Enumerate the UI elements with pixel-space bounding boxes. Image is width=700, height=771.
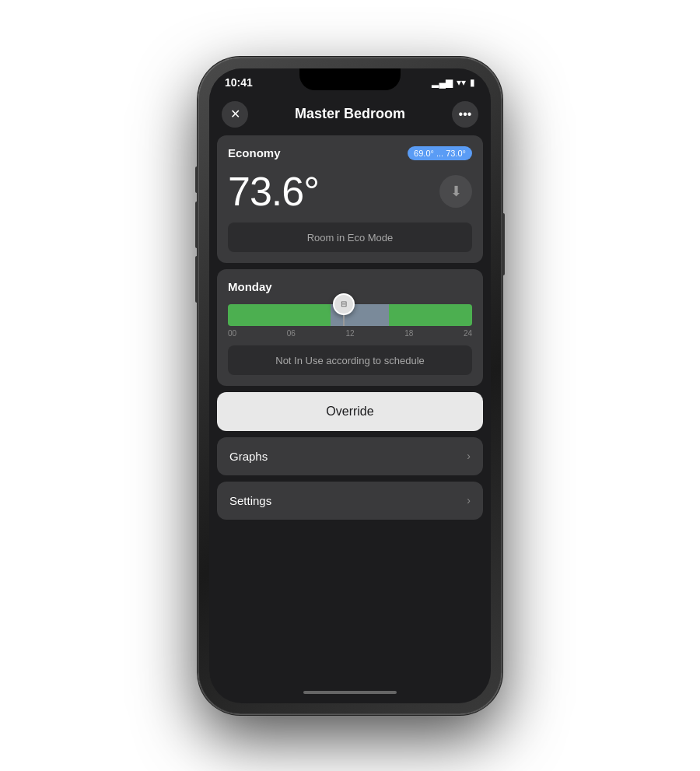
status-icons: ▂▄▆ ▾▾ ▮ (432, 77, 475, 88)
not-in-use-text: Not In Use according to schedule (275, 355, 425, 366)
timeline-segment-green-right (389, 304, 472, 326)
home-bar (303, 691, 397, 694)
settings-chevron-icon: › (467, 494, 471, 506)
cursor-circle: ⊟ (333, 293, 355, 315)
timeline-cursor: ⊟ (333, 293, 355, 326)
timeline-label-00: 00 (228, 329, 236, 338)
economy-label: Economy (228, 146, 281, 159)
not-in-use-bar: Not In Use according to schedule (228, 345, 472, 375)
page-title: Master Bedroom (295, 106, 405, 122)
timeline-container: ⊟ 00 06 12 18 24 (228, 304, 472, 338)
download-button[interactable]: ⬇ (439, 175, 472, 208)
app-header: ✕ Master Bedroom ••• (209, 92, 491, 135)
timeline-segment-green-left (228, 304, 331, 326)
graphs-chevron-icon: › (467, 450, 471, 462)
power-button[interactable] (502, 213, 505, 275)
graphs-menu-item[interactable]: Graphs › (217, 437, 483, 475)
more-options-button[interactable]: ••• (452, 101, 478, 128)
timeline-label-06: 06 (287, 329, 296, 338)
override-button[interactable]: Override (217, 392, 483, 431)
temp-range-badge: 69.0° ... 73.0° (408, 146, 472, 160)
timeline-label-18: 18 (404, 329, 413, 338)
eco-mode-text: Room in Eco Mode (307, 232, 394, 244)
temp-display-row: 73.6° ⬇ (228, 168, 472, 215)
economy-card: Economy 69.0° ... 73.0° 73.6° ⬇ Room in … (217, 135, 483, 263)
timeline-labels: 00 06 12 18 24 (228, 329, 472, 338)
graphs-label: Graphs (229, 450, 268, 463)
current-temperature: 73.6° (228, 168, 319, 215)
download-icon: ⬇ (450, 183, 462, 200)
phone-frame: 10:41 ▂▄▆ ▾▾ ▮ ✕ Master Bedroom ••• Econ… (198, 58, 502, 714)
notch (299, 68, 401, 90)
override-label: Override (326, 405, 373, 418)
status-time: 10:41 (225, 76, 253, 89)
timeline-label-12: 12 (345, 329, 354, 338)
signal-icon: ▂▄▆ (432, 77, 453, 88)
settings-label: Settings (229, 494, 271, 507)
phone-screen: 10:41 ▂▄▆ ▾▾ ▮ ✕ Master Bedroom ••• Econ… (209, 68, 491, 703)
app-content: Economy 69.0° ... 73.0° 73.6° ⬇ Room in … (209, 135, 491, 685)
timeline-label-24: 24 (464, 329, 472, 338)
schedule-card: Monday ⊟ 00 06 (217, 269, 483, 386)
cursor-line (343, 315, 345, 326)
status-bar: 10:41 ▂▄▆ ▾▾ ▮ (209, 68, 491, 92)
cursor-icon: ⊟ (341, 300, 347, 308)
settings-menu-item[interactable]: Settings › (217, 482, 483, 520)
economy-header: Economy 69.0° ... 73.0° (228, 146, 472, 160)
schedule-day: Monday (228, 280, 472, 293)
home-indicator (209, 685, 491, 703)
close-button[interactable]: ✕ (222, 101, 248, 128)
wifi-icon: ▾▾ (457, 77, 466, 88)
battery-icon: ▮ (470, 77, 475, 88)
eco-mode-bar: Room in Eco Mode (228, 223, 472, 252)
